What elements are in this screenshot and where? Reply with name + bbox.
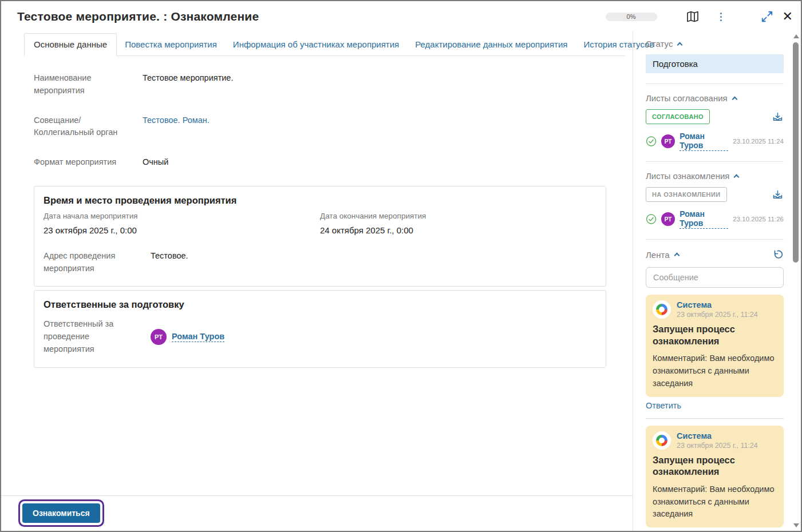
avatar: РТ	[661, 212, 675, 226]
scroll-up-arrow[interactable]	[793, 34, 799, 38]
reply-link[interactable]: Ответить	[646, 401, 681, 410]
acquaintance-badge-row: НА ОЗНАКОМЛЕНИИ	[646, 187, 784, 202]
field-value: Тестовое.	[151, 250, 188, 275]
message-date: 23 октября 2025 г., 11:24	[677, 442, 758, 450]
tab-main-data[interactable]: Основные данные	[24, 33, 117, 56]
close-icon[interactable]: ✕	[783, 10, 793, 23]
chevron-up-icon[interactable]	[734, 174, 740, 180]
person-link[interactable]: Роман Туров	[172, 332, 224, 342]
message-author: Система	[677, 431, 758, 440]
kebab-menu-icon[interactable]	[717, 11, 725, 22]
download-icon[interactable]	[772, 189, 784, 201]
approval-section-header: Листы согласования	[646, 93, 784, 103]
acquaintance-section-title: Листы ознакомления	[646, 171, 729, 181]
field-event-name: Наименование мероприятия Тестовое меропр…	[34, 72, 633, 97]
start-date-label: Дата начала мероприятия	[44, 212, 320, 220]
approval-person-row: РТ Роман Туров 23.10.2025 11:24	[646, 132, 784, 151]
message-header: Система 23 октября 2025 г., 11:24	[653, 300, 777, 319]
status-section-title: Статус	[646, 39, 673, 49]
message-comment: Комментарий: Вам необходимо ознакомиться…	[653, 483, 777, 521]
sidebar-scrollbar	[791, 31, 801, 531]
check-circle-icon	[646, 213, 657, 225]
message-date: 23 октября 2025 г., 11:24	[677, 311, 758, 319]
system-avatar	[653, 431, 671, 450]
message-comment: Комментарий: Вам необходимо ознакомиться…	[653, 352, 777, 390]
refresh-icon[interactable]	[772, 249, 784, 260]
acquaintance-status-badge: НА ОЗНАКОМЛЕНИИ	[646, 187, 727, 202]
feed-message-input[interactable]	[646, 267, 784, 288]
avatar: РТ	[661, 134, 675, 148]
event-modal-window: Тестовое мероприятие. : Ознакомление 0% …	[0, 0, 802, 532]
start-date-column: Дата начала мероприятия 23 октября 2025 …	[44, 212, 320, 235]
progress-bar: 0%	[606, 13, 657, 21]
time-place-card: Время и место проведения мероприятия Дат…	[34, 186, 606, 287]
download-icon[interactable]	[772, 111, 784, 123]
main-area: Основные данные Повестка мероприятия Инф…	[1, 31, 801, 531]
scrollbar-thumb[interactable]	[793, 42, 799, 263]
tab-agenda[interactable]: Повестка мероприятия	[117, 34, 225, 55]
field-label: Наименование мероприятия	[34, 72, 143, 97]
progress-value: 0%	[627, 13, 636, 20]
field-value: Очный	[143, 156, 168, 169]
acknowledge-button[interactable]: Ознакомиться	[22, 503, 100, 523]
system-avatar	[653, 300, 671, 319]
chevron-up-icon[interactable]	[732, 96, 737, 102]
avatar: РТ	[151, 329, 167, 345]
end-date-value: 24 октября 2025 г., 0:00	[320, 225, 596, 235]
feed-section-title: Лента	[646, 250, 670, 260]
field-event-format: Формат мероприятия Очный	[34, 156, 633, 169]
divider	[646, 239, 784, 240]
card-title: Ответственные за подготовку	[44, 299, 596, 310]
timestamp: 23.10.2025 11:26	[733, 216, 784, 223]
window-header: Тестовое мероприятие. : Ознакомление 0% …	[1, 1, 801, 31]
divider	[646, 418, 784, 419]
meeting-link[interactable]: Тестовое. Роман.	[143, 114, 210, 140]
end-date-label: Дата окончания мероприятия	[320, 212, 596, 220]
approval-status-badge: СОГЛАСОВАНО	[646, 109, 710, 124]
acquaintance-person-row: РТ Роман Туров 23.10.2025 11:26	[646, 209, 784, 229]
event-fields: Наименование мероприятия Тестовое меропр…	[1, 56, 633, 186]
feed-message-card: Система 23 октября 2025 г., 11:24 Запуще…	[646, 426, 784, 528]
person-chip: РТ Роман Туров	[151, 318, 224, 355]
message-header: Система 23 октября 2025 г., 11:24	[653, 431, 777, 450]
feed-section-header: Лента	[646, 249, 784, 260]
message-author: Система	[677, 300, 758, 309]
header-controls: 0% ✕	[606, 10, 793, 23]
approval-section-title: Листы согласования	[646, 93, 728, 103]
message-title: Запущен процесс ознакомления	[653, 323, 777, 347]
field-value: Тестовое мероприятие.	[143, 72, 233, 97]
field-label: Формат мероприятия	[34, 156, 143, 169]
page-title: Тестовое мероприятие. : Ознакомление	[17, 10, 259, 23]
tab-edit-event-data[interactable]: Редактирование данных мероприятия	[407, 34, 575, 55]
start-date-value: 23 октября 2025 г., 0:00	[44, 225, 320, 235]
event-content: Основные данные Повестка мероприятия Инф…	[1, 31, 633, 531]
field-label: Совещание/ Коллегиальный орган	[34, 114, 143, 140]
field-label: Адрес проведения мероприятия	[44, 250, 151, 275]
end-date-column: Дата окончания мероприятия 24 октября 20…	[320, 212, 596, 235]
expand-icon[interactable]	[761, 10, 773, 23]
field-label: Ответственный за проведение мероприятия	[44, 318, 151, 355]
approval-badge-row: СОГЛАСОВАНО	[646, 109, 784, 124]
map-icon[interactable]	[686, 10, 700, 23]
field-responsible-person: Ответственный за проведение мероприятия …	[44, 318, 596, 355]
person-link[interactable]: Роман Туров	[679, 209, 728, 229]
field-meeting-body: Совещание/ Коллегиальный орган Тестовое.…	[34, 114, 633, 140]
tab-bar: Основные данные Повестка мероприятия Инф…	[24, 33, 625, 56]
person-link[interactable]: Роман Туров	[679, 132, 728, 151]
responsible-card: Ответственные за подготовку Ответственны…	[34, 290, 606, 367]
date-columns: Дата начала мероприятия 23 октября 2025 …	[44, 212, 596, 235]
tab-participants-info[interactable]: Информация об участниках мероприятия	[225, 34, 407, 55]
status-badge: Подготовка	[646, 54, 784, 73]
field-address: Адрес проведения мероприятия Тестовое.	[44, 250, 596, 275]
action-footer: Ознакомиться	[1, 495, 633, 531]
divider	[646, 84, 784, 84]
message-title: Запущен процесс ознакомления	[653, 454, 777, 478]
scroll-down-arrow[interactable]	[793, 523, 799, 527]
status-section-header: Статус	[646, 39, 784, 49]
acquaintance-section-header: Листы ознакомления	[646, 171, 784, 181]
feed-message-card: Система 23 октября 2025 г., 11:24 Запуще…	[646, 295, 784, 397]
chevron-up-icon[interactable]	[674, 253, 679, 259]
check-circle-icon	[646, 136, 657, 147]
chevron-up-icon[interactable]	[677, 42, 683, 47]
timestamp: 23.10.2025 11:24	[733, 138, 784, 145]
